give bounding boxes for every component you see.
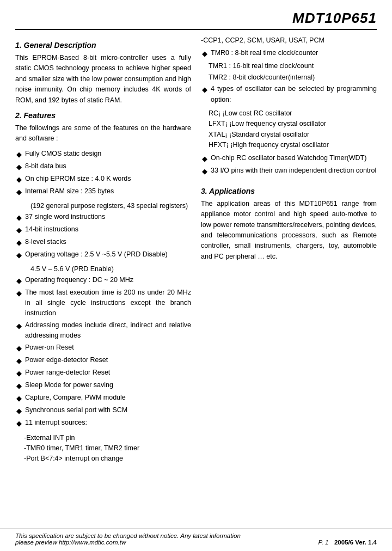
list-item-text: On chip EPROM size : 4.0 K words: [25, 174, 191, 184]
list-item-text: 8-level stacks: [25, 237, 191, 247]
osc-option: LFXT¡ ¡Low frequency crystal oscillator: [209, 119, 377, 129]
footer-left: This specification are subject to be cha…: [15, 532, 313, 546]
osc-option: XTAL¡ ¡Standard crystal oscillator: [209, 130, 377, 140]
features-list: ◆ Fully CMOS static design ◆ 8-bit data …: [15, 149, 191, 198]
footer-content: This specification are subject to be cha…: [15, 532, 377, 546]
right-features-list: ◆ TMR0 : 8-bit real time clock/counter T…: [201, 48, 377, 105]
list-item: ◆ On chip EPROM size : 4.0 K words: [15, 174, 191, 185]
right-features-list-2: ◆ On-chip RC oscillator based Watchdog T…: [201, 153, 377, 177]
list-item-text: The most fast execution time is 200 ns u…: [25, 287, 191, 319]
page: MDT10P651 1. General Description This EP…: [0, 0, 392, 551]
bullet-diamond: ◆: [15, 237, 23, 248]
bullet-diamond: ◆: [15, 276, 23, 286]
bullet-diamond: ◆: [15, 343, 23, 354]
list-item: ◆ On-chip RC oscillator based Watchdog T…: [201, 153, 377, 164]
bullet-diamond: ◆: [15, 381, 23, 391]
two-col-layout: 1. General Description This EPROM-Based …: [15, 35, 377, 464]
bullet-diamond: ◆: [201, 154, 209, 164]
section2-heading: 2. Features: [15, 111, 191, 120]
volt-sub: 4.5 V – 5.6 V (PRD Enable): [30, 264, 191, 274]
list-item-text: Internal RAM size : 235 bytes: [25, 186, 191, 197]
list-item: ◆ Internal RAM size : 235 bytes: [15, 186, 191, 198]
list-item: ◆ 8-bit data bus: [15, 161, 191, 173]
list-item-text: 14-bit instructions: [25, 224, 191, 235]
bullet-diamond: ◆: [15, 288, 23, 299]
bullet-diamond: ◆: [15, 149, 23, 160]
bullet-diamond: ◆: [15, 225, 23, 236]
features-list-3: ◆ Operating frequency : DC ~ 20 MHz ◆ Th…: [15, 275, 191, 430]
list-item-text: 4 types of oscillator can be selected by…: [211, 84, 377, 105]
doc-title: MDT10P651: [292, 10, 377, 27]
bullet-diamond: ◆: [201, 166, 209, 177]
list-item: TMR2 : 8-bit clock/counter(internal): [201, 72, 377, 83]
list-item: ◆ 8-level stacks: [15, 237, 191, 248]
list-item-text: Synchronous serial port with SCM: [25, 405, 191, 415]
interrupt-item: -Port B<7:4> interrupt on change: [24, 454, 191, 464]
list-item-text: 37 single word instructions: [25, 212, 191, 222]
list-item: ◆ TMR0 : 8-bit real time clock/counter: [201, 48, 377, 59]
top-divider: [15, 29, 377, 30]
section3-para: The application areas of this MDT10P651 …: [201, 199, 377, 262]
list-item-text: Power-on Reset: [25, 342, 191, 353]
col-left: 1. General Description This EPROM-Based …: [15, 35, 191, 464]
list-item: ◆ Power range-detector Reset: [15, 368, 191, 379]
bullet-diamond: ◆: [15, 356, 23, 366]
list-item: ◆ 14-bit instructions: [15, 224, 191, 236]
bullet-diamond: ◆: [15, 250, 23, 261]
list-item-text: Capture, Compare, PWM module: [25, 393, 191, 403]
bullet-diamond: ◆: [201, 84, 209, 95]
bullet-diamond: ◆: [15, 406, 23, 417]
list-item-text: TMR2 : 8-bit clock/counter(internal): [209, 72, 377, 83]
footer-left-line2: please preview http://www.mdtic.com.tw: [15, 539, 313, 546]
bullet-diamond: ◆: [15, 212, 23, 223]
list-item: ◆ Fully CMOS static design: [15, 149, 191, 160]
bullet-diamond: ◆: [15, 187, 23, 198]
list-item-text: TMR0 : 8-bit real time clock/counter: [211, 48, 377, 58]
list-item: ◆ 4 types of oscillator can be selected …: [201, 84, 377, 105]
list-item: ◆ 33 I/O pins with their own independent…: [201, 166, 377, 177]
list-item-text: 8-bit data bus: [25, 161, 191, 172]
osc-options: RC¡ ¡Low cost RC oscillator LFXT¡ ¡Low f…: [209, 108, 377, 151]
footer: This specification are subject to be cha…: [0, 529, 392, 551]
bullet-diamond: ◆: [15, 162, 23, 173]
title-bar: MDT10P651: [15, 10, 377, 27]
list-item-text: 33 I/O pins with their own independent d…: [211, 166, 377, 176]
section1-heading: 1. General Description: [15, 41, 191, 50]
list-item-text: Power range-detector Reset: [25, 368, 191, 378]
list-item: ◆ Sleep Mode for power saving: [15, 380, 191, 391]
interrupt-sublist: -External INT pin -TMR0 timer, TMR1 time…: [24, 433, 191, 464]
features-list-2: ◆ 37 single word instructions ◆ 14-bit i…: [15, 212, 191, 261]
list-item-text: 11 interrupt sources:: [25, 418, 191, 428]
list-item: ◆ Operating voltage : 2.5 V ~5.5 V (PRD …: [15, 249, 191, 261]
list-item: ◆ 11 interrupt sources:: [15, 418, 191, 429]
bullet-diamond: ◆: [15, 418, 23, 429]
list-item-text: Operating voltage : 2.5 V ~5.5 V (PRD Di…: [25, 249, 191, 260]
section2-intro: The followings are some of the features …: [15, 123, 191, 144]
list-item-text: On-chip RC oscillator based Watchdog Tim…: [211, 153, 377, 163]
list-item-text: Fully CMOS static design: [25, 149, 191, 159]
list-item: ◆ Synchronous serial port with SCM: [15, 405, 191, 417]
footer-url: please preview http://www.mdtic.com.tw: [15, 539, 126, 546]
osc-option: HFXT¡ ¡High frequency crystal oscillator: [209, 140, 377, 150]
list-item: TMR1 : 16-bit real time clock/count: [201, 61, 377, 71]
list-item: ◆ The most fast execution time is 200 ns…: [15, 287, 191, 319]
list-item: ◆ Addressing modes include direct, indir…: [15, 320, 191, 341]
list-item-text: Power edge-detector Reset: [25, 355, 191, 365]
bullet-diamond: ◆: [15, 174, 23, 185]
list-item: ◆ 37 single word instructions: [15, 212, 191, 223]
list-item-text: Addressing modes include direct, indirec…: [25, 320, 191, 341]
bullet-diamond: ◆: [15, 393, 23, 404]
ram-sub: (192 general purpose registers, 43 speci…: [30, 201, 191, 211]
footer-page: P. 1: [313, 539, 334, 546]
list-item-text: Operating frequency : DC ~ 20 MHz: [25, 275, 191, 285]
list-item: ◆ Power-on Reset: [15, 342, 191, 354]
osc-option: RC¡ ¡Low cost RC oscillator: [209, 108, 377, 119]
col-right: -CCP1, CCP2, SCM, USAR, USAT, PCM ◆ TMR0…: [201, 35, 377, 464]
list-item: ◆ Capture, Compare, PWM module: [15, 393, 191, 404]
footer-version: 2005/6 Ver. 1.4: [334, 539, 377, 546]
list-item: ◆ Operating frequency : DC ~ 20 MHz: [15, 275, 191, 286]
interrupt-item: -TMR0 timer, TMR1 timer, TMR2 timer: [24, 443, 191, 454]
list-item-text: TMR1 : 16-bit real time clock/count: [209, 61, 377, 71]
interrupt-item: -External INT pin: [24, 433, 191, 443]
list-item: ◆ Power edge-detector Reset: [15, 355, 191, 366]
